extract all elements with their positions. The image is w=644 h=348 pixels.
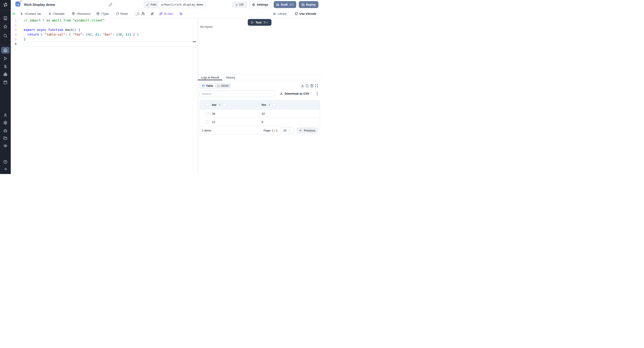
code-editor[interactable]: 123456 // import * as wmill from "windmi… — [11, 18, 198, 174]
sidebar-item-audit-icon[interactable] — [3, 144, 8, 148]
library-button[interactable]: Library — [273, 10, 287, 18]
result-tabbar: Logs & Result History — [198, 75, 322, 80]
download-csv-button[interactable]: Download as CSV — [280, 90, 310, 97]
page-size-select[interactable]: 25 — [280, 128, 294, 133]
pencil-icon — [146, 3, 149, 6]
paintbrush-icon — [150, 12, 154, 16]
edit-title-pencil-icon[interactable] — [109, 3, 112, 6]
cell-foo: 42 — [262, 112, 265, 116]
line-number: 6 — [11, 42, 16, 46]
copy-result-icon[interactable] — [310, 84, 314, 88]
cell-foo: 8 — [262, 120, 263, 124]
package-icon — [72, 12, 75, 15]
sidebar-item-favorites-icon[interactable] — [3, 24, 8, 29]
chevron-down-icon — [288, 129, 291, 132]
use-vscode-button[interactable]: Use VScode — [295, 10, 316, 18]
line-number: 5 — [11, 37, 16, 42]
library-icon — [273, 12, 276, 16]
sparkles-icon — [179, 12, 183, 16]
code-line: return { "table-col": { "foo": [42, 8], … — [24, 32, 139, 37]
code-line: // import * as wmill from "windmill-clie… — [24, 18, 139, 23]
save-icon — [276, 3, 279, 6]
row-checkbox[interactable] — [206, 112, 209, 116]
view-switcher: Table {} JSON — [199, 83, 231, 88]
braces-icon: {} — [217, 84, 220, 87]
save-draft-button[interactable]: Draft⌘S — [274, 1, 296, 8]
diff-button[interactable]: ±Diff — [232, 1, 247, 8]
sidebar-item-home[interactable] — [1, 47, 10, 54]
baby-emoji-badge — [19, 0, 22, 3]
magic-wand-icon — [159, 12, 162, 16]
item-count: 2 items — [202, 129, 211, 132]
ai-sparkles-button[interactable] — [179, 10, 183, 18]
windmill-logo-icon[interactable] — [3, 2, 8, 8]
play-icon — [251, 21, 254, 24]
sort-icon[interactable] — [218, 103, 221, 106]
editor-toolbar: +Context Var +Variable +Resource +Type R… — [11, 10, 322, 18]
cell-bar: 12 — [212, 120, 215, 124]
column-toggle-checkbox[interactable] — [272, 103, 276, 106]
tab-logs-result[interactable]: Logs & Result — [198, 75, 222, 80]
run-result-panel: Test ⌘↵ No inputs Logs & Result History … — [198, 18, 322, 174]
expand-result-icon[interactable] — [315, 84, 318, 88]
column-toggle-checkbox[interactable] — [223, 103, 226, 106]
sidebar-item-schedules-icon[interactable] — [3, 80, 8, 84]
path-field[interactable]: Path u/henri/rich_display_demo — [144, 1, 206, 8]
sidebar-item-settings-icon[interactable] — [3, 121, 8, 125]
download-result-icon[interactable] — [301, 84, 304, 88]
package-icon — [96, 12, 100, 15]
sidebar-item-workspace-icon[interactable] — [3, 16, 8, 20]
draft-shortcut: ⌘S — [289, 3, 294, 6]
reset-button[interactable]: Reset — [116, 10, 128, 18]
row-checkbox[interactable] — [206, 120, 209, 124]
topbar: TS Rich Display demo Path u/henri/rich_d… — [11, 0, 322, 10]
column-header-bar[interactable]: bar — [212, 103, 216, 106]
sidebar-divider — [0, 45, 11, 45]
refresh-icon — [116, 12, 119, 15]
test-run-button[interactable]: Test ⌘↵ — [248, 19, 272, 26]
sidebar-item-search-icon[interactable] — [3, 34, 8, 38]
status-dot — [12, 12, 15, 15]
search-input[interactable] — [200, 90, 275, 97]
line-number: 2 — [11, 23, 16, 28]
deploy-button[interactable]: Deploy — [299, 1, 318, 8]
windmill-script-editor: TS Rich Display demo Path u/henri/rich_d… — [0, 0, 322, 174]
code-line — [24, 23, 139, 28]
table-header-row: bar foo — [200, 100, 320, 110]
settings-button[interactable]: Settings — [249, 1, 271, 8]
sidebar-item-help-icon[interactable] — [3, 160, 8, 164]
dollar-icon — [20, 12, 23, 15]
toggle-knob — [134, 12, 137, 15]
code-line: export async function main() { — [24, 28, 139, 32]
tab-history[interactable]: History — [222, 75, 239, 80]
sidebar-item-runs-icon[interactable] — [3, 56, 8, 60]
column-header-foo[interactable]: foo — [262, 103, 266, 106]
ai-gen-button[interactable]: AI Gen — [159, 10, 173, 18]
select-all-checkbox[interactable] — [206, 103, 209, 106]
sidebar-item-resources-icon[interactable] — [3, 72, 8, 76]
line-number: 1 — [11, 18, 16, 23]
format-button[interactable] — [150, 10, 154, 18]
sidebar-collapse-icon[interactable] — [3, 167, 8, 171]
add-resource-button[interactable]: +Resource — [72, 10, 90, 18]
info-icon[interactable] — [306, 84, 309, 88]
sidebar-divider — [0, 10, 11, 11]
view-table-option[interactable]: Table — [200, 84, 215, 88]
table-footer: 2 items Page: 1 / 1 25 Previous — [200, 126, 320, 135]
page-title: Rich Display demo — [24, 0, 55, 10]
sidebar-item-variables-icon[interactable] — [3, 64, 8, 68]
table-options-kebab[interactable] — [315, 90, 319, 97]
view-json-option[interactable]: {} JSON — [215, 84, 230, 88]
add-variable-button[interactable]: +Variable — [48, 10, 64, 18]
add-type-button[interactable]: +Type — [96, 10, 109, 18]
previous-page-button[interactable]: Previous — [296, 127, 318, 134]
sidebar-item-workers-icon[interactable] — [3, 128, 8, 132]
sidebar-item-folders-icon[interactable] — [3, 136, 8, 140]
download-icon — [280, 92, 283, 95]
sidebar-item-users-icon[interactable] — [3, 113, 8, 117]
add-context-var-button[interactable]: +Context Var — [20, 10, 41, 18]
collab-toggle[interactable] — [134, 12, 140, 16]
cell-bar: 38 — [212, 112, 215, 116]
sort-icon[interactable] — [268, 103, 271, 106]
multiplayer-button[interactable] — [141, 10, 145, 18]
